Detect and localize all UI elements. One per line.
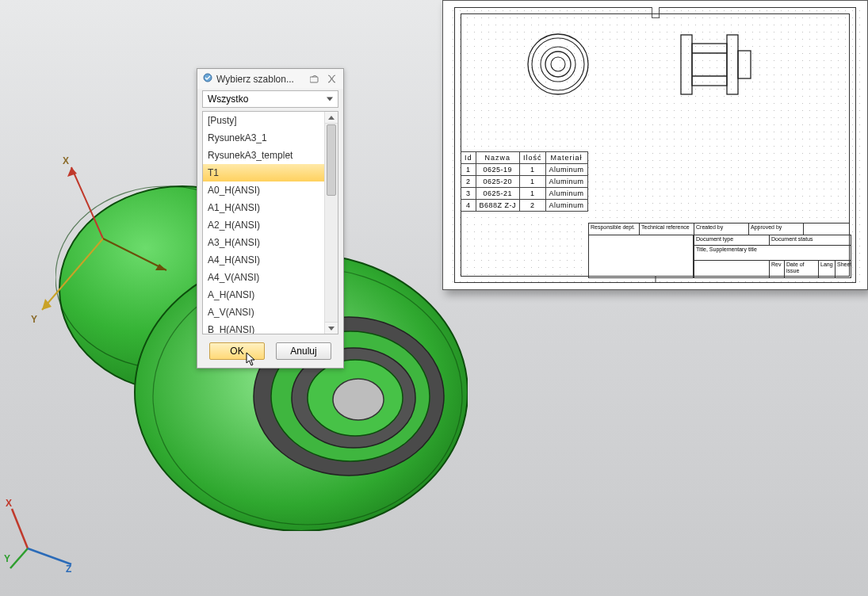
svg-line-9 [71,167,103,239]
svg-line-19 [10,548,28,568]
svg-text:Z: Z [66,564,71,572]
svg-line-17 [12,509,28,548]
list-item[interactable]: A0_H(ANSI) [203,181,324,199]
list-item[interactable]: B_H(ANSI) [203,321,324,334]
svg-marker-16 [155,264,166,270]
drawing-preview: Id Nazwa Ilość Materiał 10625-191Aluminu… [442,0,868,290]
list-item[interactable]: A2_H(ANSI) [203,216,324,234]
svg-point-28 [545,52,571,77]
svg-rect-24 [310,77,318,82]
close-icon[interactable] [324,73,338,86]
svg-marker-10 [67,167,77,177]
list-item[interactable]: [Pusty] [203,112,324,129]
table-row: 10625-191Aluminum [461,164,588,176]
table-row: 4B688Z Z-J2Aluminum [461,200,588,212]
svg-line-15 [103,239,166,270]
list-item[interactable]: A4_V(ANSI) [203,269,324,286]
drawing-view-side [673,31,768,98]
help-icon[interactable] [307,73,321,86]
filter-value: Wszystko [208,94,248,105]
list-item[interactable]: RysunekA3_templet [203,147,324,164]
table-row: Id Nazwa Ilość Materiał [461,152,588,164]
svg-text:X: X [6,498,12,509]
svg-marker-13 [42,299,52,310]
list-item[interactable]: RysunekA3_1 [203,129,324,147]
drawing-view-front [522,29,594,100]
svg-rect-30 [681,35,692,94]
svg-line-21 [28,548,71,564]
scrollbar-thumb[interactable] [327,124,336,196]
svg-rect-32 [727,35,738,94]
svg-point-7 [308,360,403,436]
list-item[interactable]: A_V(ANSI) [203,304,324,321]
template-dialog: Wybierz szablon... Wszystko [Pusty] Rysu… [197,68,344,369]
svg-point-8 [333,379,384,420]
filter-dropdown[interactable]: Wszystko [202,90,338,108]
list-item[interactable]: A1_H(ANSI) [203,199,324,216]
svg-line-12 [42,239,103,310]
world-axes: X Y Z [4,497,79,572]
ok-button[interactable]: OK [209,342,265,360]
svg-rect-31 [692,44,727,86]
template-list[interactable]: [Pusty] RysunekA3_1 RysunekA3_templet T1… [202,111,338,334]
title-block: Responsible dept. Technical reference Cr… [588,223,850,277]
svg-point-25 [528,34,588,94]
app-icon [202,72,213,86]
axes-gizmo: X Y [28,151,170,326]
table-row: 20625-201Aluminum [461,176,588,188]
svg-point-26 [532,38,584,90]
cancel-button[interactable]: Anuluj [276,342,331,360]
svg-text:Y: Y [4,553,10,564]
table-row: 30625-211Aluminum [461,188,588,200]
dialog-titlebar[interactable]: Wybierz szablon... [197,69,343,89]
svg-rect-33 [738,51,751,78]
list-item-selected[interactable]: T1 [203,164,324,181]
svg-text:X: X [63,155,69,166]
svg-point-29 [551,57,565,71]
svg-point-23 [204,74,212,82]
dialog-title: Wybierz szablon... [216,74,304,85]
list-item[interactable]: A_H(ANSI) [203,286,324,304]
svg-text:Y: Y [31,314,37,325]
list-item[interactable]: A3_H(ANSI) [203,234,324,251]
scrollbar[interactable] [324,112,338,334]
list-item[interactable]: A4_H(ANSI) [203,251,324,269]
bom-table: Id Nazwa Ilość Materiał 10625-191Aluminu… [461,151,588,212]
